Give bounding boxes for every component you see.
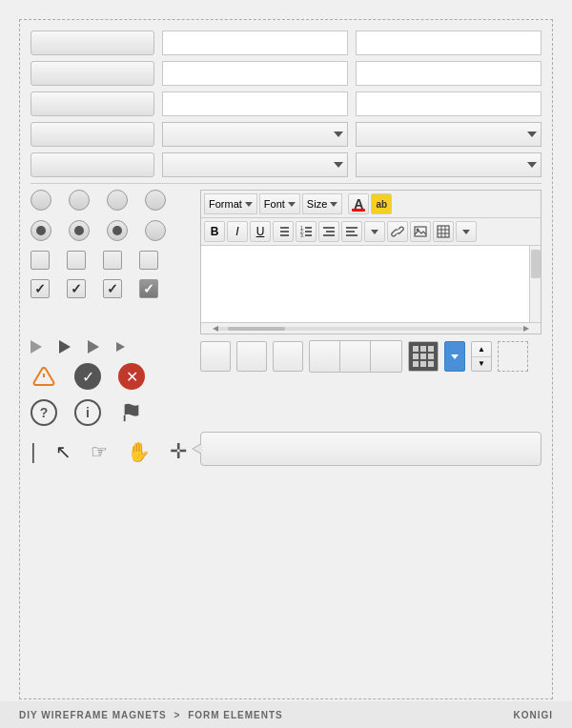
bottom-controls: ▲ ▼ <box>200 340 541 373</box>
row-1 <box>31 30 541 55</box>
button-2[interactable] <box>31 61 154 86</box>
grid-icon <box>413 346 434 367</box>
checkbox-4[interactable] <box>139 251 158 270</box>
play-status-section: ✓ ✕ ? i <box>31 340 541 426</box>
square-btn-2[interactable] <box>236 341 267 372</box>
format-dropdown[interactable]: Format <box>204 193 257 214</box>
radio-selected-2[interactable] <box>69 220 90 241</box>
row-2 <box>31 61 541 86</box>
dropdown-2[interactable] <box>356 122 541 147</box>
blue-dropdown-arrow <box>451 354 459 359</box>
row-4 <box>31 122 541 147</box>
group-part-2[interactable] <box>340 341 371 372</box>
text-color-btn[interactable]: A <box>348 193 369 214</box>
font-dropdown[interactable]: Font <box>259 193 300 214</box>
button-1[interactable] <box>31 30 154 55</box>
radio-row-1 <box>31 190 193 211</box>
underline-btn[interactable]: U <box>250 221 271 242</box>
checkbox-checked-2[interactable] <box>67 279 86 298</box>
input-3[interactable] <box>162 61 348 86</box>
input-4[interactable] <box>356 61 541 86</box>
hand-cursor-icon: ☞ <box>91 440 108 463</box>
checkbox-row-2 <box>31 279 193 298</box>
format-arrow <box>245 202 253 207</box>
input-2[interactable] <box>356 30 541 55</box>
radio-selected-1[interactable] <box>31 220 51 241</box>
page: Format Font Size A <box>0 0 572 728</box>
editor-scrollbar[interactable] <box>529 246 541 322</box>
editor-hscroll[interactable]: ◀ ▶ <box>201 322 541 334</box>
align-icon <box>345 225 358 238</box>
row-5 <box>31 152 541 177</box>
radio-4[interactable] <box>145 190 166 211</box>
editor-body[interactable] <box>201 246 541 322</box>
input-6[interactable] <box>356 91 541 116</box>
image-icon <box>414 225 427 238</box>
bold-btn[interactable]: B <box>204 221 225 242</box>
format-label: Format <box>209 198 242 210</box>
input-1[interactable] <box>162 30 348 55</box>
text-color-indicator <box>352 209 365 212</box>
underline-icon: U <box>256 225 265 238</box>
checkbox-checked-1[interactable] <box>31 279 50 298</box>
logo-label: KONIGI <box>513 710 553 720</box>
italic-btn[interactable]: I <box>227 221 248 242</box>
table-btn[interactable] <box>433 221 454 242</box>
button-3[interactable] <box>31 91 154 116</box>
radio-1[interactable] <box>31 190 51 211</box>
check-circle-icon: ✓ <box>74 363 101 390</box>
indent-btn[interactable] <box>318 221 339 242</box>
button-4[interactable] <box>31 122 154 147</box>
status-icons-row: ✓ ✕ <box>31 363 193 390</box>
speech-bubble-container <box>200 432 541 466</box>
dropdown-4-arrow <box>527 162 537 168</box>
dropdown-4[interactable] <box>356 152 541 177</box>
hscroll-right-arrow[interactable]: ▶ <box>523 324 529 333</box>
ul-btn[interactable] <box>273 221 294 242</box>
button-5[interactable] <box>31 152 154 177</box>
checkbox-3[interactable] <box>103 251 122 270</box>
checkbox-row-1 <box>31 251 193 270</box>
input-5[interactable] <box>162 91 348 116</box>
square-btn-group <box>309 340 402 373</box>
checkbox-checked-3[interactable] <box>103 279 122 298</box>
scrollbar-thumb <box>531 250 541 278</box>
ol-btn[interactable]: 1.2.3. <box>296 221 317 242</box>
spin-up[interactable]: ▲ <box>472 342 491 357</box>
checkbox-2[interactable] <box>67 251 86 270</box>
svg-rect-20 <box>438 226 449 237</box>
spin-down[interactable]: ▼ <box>472 357 491 372</box>
play-icon-1[interactable] <box>31 340 42 354</box>
dropdown-3[interactable] <box>162 152 348 177</box>
checkbox-1[interactable] <box>31 251 50 270</box>
radio-selected-3[interactable] <box>107 220 128 241</box>
play-icon-3[interactable] <box>88 340 99 354</box>
play-icon-2[interactable] <box>59 340 71 354</box>
size-dropdown[interactable]: Size <box>302 193 342 214</box>
blue-dropdown[interactable] <box>444 341 465 372</box>
radio-5[interactable] <box>145 220 166 241</box>
image-btn[interactable] <box>410 221 431 242</box>
square-btn-3[interactable] <box>273 341 303 372</box>
spin-control[interactable]: ▲ ▼ <box>471 341 492 372</box>
table-dropdown-arrow <box>462 230 470 234</box>
link-btn[interactable] <box>387 221 408 242</box>
align-btn[interactable] <box>341 221 362 242</box>
checkbox-checked-dark[interactable] <box>139 279 158 298</box>
editor-toolbar-top: Format Font Size A <box>201 191 541 218</box>
table-dropdown-btn[interactable] <box>456 221 477 242</box>
radio-2[interactable] <box>69 190 90 211</box>
highlight-btn[interactable]: ab <box>371 193 392 214</box>
radio-3[interactable] <box>107 190 128 211</box>
font-arrow <box>288 202 296 207</box>
info-icon: i <box>74 399 101 426</box>
group-part-1[interactable] <box>310 341 340 372</box>
grid-btn[interactable] <box>408 341 439 372</box>
dropdown-2-arrow <box>527 131 537 137</box>
italic-icon: I <box>235 225 238 238</box>
group-part-3[interactable] <box>371 341 401 372</box>
square-btn-1[interactable] <box>200 341 231 372</box>
dropdown-1[interactable] <box>162 122 348 147</box>
play-icon-4[interactable] <box>116 342 125 352</box>
align-arrow[interactable] <box>364 221 385 242</box>
